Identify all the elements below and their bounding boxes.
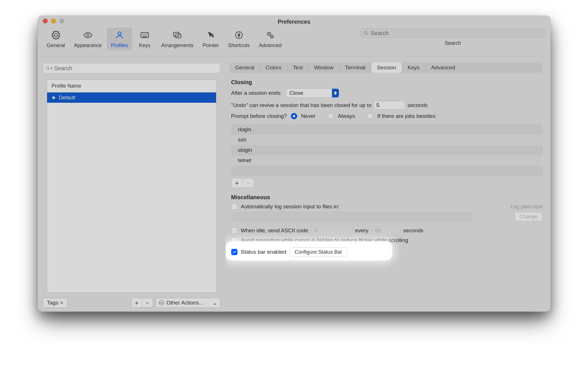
titlebar: Preferences (38, 16, 551, 26)
idle-code-field: 0 (312, 226, 352, 235)
prompt-label: Prompt before closing? (231, 113, 287, 119)
subtab-general[interactable]: General (229, 62, 260, 73)
window-minimize-button[interactable] (51, 19, 56, 23)
window-title: Preferences (38, 17, 551, 25)
toolbar-shortcuts[interactable]: Shortcuts (224, 28, 254, 50)
configure-status-bar-button[interactable]: Configure Status Bar (290, 247, 347, 257)
status-bar-row: Status bar enabled Configure Status Bar (231, 246, 543, 258)
subtab-window[interactable]: Window (309, 62, 339, 73)
after-session-select[interactable]: Close (286, 88, 339, 98)
other-actions-label: Other Actions... (166, 300, 204, 306)
toolbar-pointer-label: Pointer (203, 43, 219, 49)
eye-icon (83, 29, 93, 41)
list-item[interactable]: rlogin (231, 124, 543, 135)
subtab-text[interactable]: Text (287, 62, 309, 73)
idle-post: seconds (403, 227, 424, 234)
list-item[interactable]: telnet (231, 155, 543, 166)
toolbar-advanced-label: Advanced (259, 43, 282, 49)
tags-button[interactable]: Tags > (43, 298, 68, 308)
add-profile-button[interactable]: ＋ (131, 298, 142, 308)
star-icon (51, 95, 56, 100)
idle-mid: every (355, 227, 368, 234)
toolbar-appearance-label: Appearance (74, 43, 102, 49)
windows-icon (172, 29, 182, 41)
toolbar-pointer[interactable]: Pointer (199, 28, 223, 50)
window-close-button[interactable] (43, 19, 48, 23)
list-item[interactable]: ssh (231, 135, 543, 145)
auto-log-checkbox[interactable] (231, 203, 237, 210)
after-session-value: Close (289, 90, 303, 96)
closing-heading: Closing (231, 79, 543, 86)
log-plain-checkbox (500, 203, 507, 210)
after-session-label: After a session ends: (231, 90, 282, 96)
remove-profile-button[interactable]: － (142, 298, 153, 308)
toolbar: General Appearance Profiles Keys Arrange… (38, 26, 551, 56)
change-path-button: Change (515, 212, 542, 221)
toolbar-general[interactable]: General (43, 28, 69, 50)
toolbar-general-label: General (47, 43, 65, 49)
toolbar-advanced[interactable]: Advanced (255, 28, 286, 50)
avoid-repaint-label: Avoid repainting while cursor is hidden … (241, 237, 408, 243)
toolbar-arrangements-label: Arrangements (161, 43, 194, 49)
auto-log-label: Automatically log session input to files… (241, 203, 339, 210)
toolbar-appearance[interactable]: Appearance (70, 28, 106, 50)
toolbar-keys-label: Keys (139, 43, 150, 49)
toolbar-arrangements[interactable]: Arrangements (157, 28, 198, 50)
toolbar-shortcuts-label: Shortcuts (228, 43, 250, 49)
subtab-colors[interactable]: Colors (260, 62, 287, 73)
profiles-table: Profile Name Default (47, 80, 216, 293)
subtab-session[interactable]: Session (371, 62, 402, 73)
profile-subtabs: General Colors Text Window Terminal Sess… (229, 62, 543, 73)
toolbar-search[interactable] (361, 28, 545, 38)
idle-checkbox[interactable] (231, 227, 237, 234)
cursor-icon (206, 29, 216, 41)
subtab-terminal[interactable]: Terminal (339, 62, 371, 73)
bolt-icon (234, 29, 244, 41)
gear-icon (51, 29, 61, 41)
jobs-list[interactable]: rlogin ssh slogin telnet (231, 124, 543, 176)
undo-text-post: seconds (407, 102, 428, 108)
subtab-keys[interactable]: Keys (402, 62, 425, 73)
prompt-radio-always-label: Always (338, 113, 355, 119)
log-plain-label: Log plain text (510, 203, 542, 210)
jobs-remove-button[interactable]: － (243, 178, 254, 188)
preferences-window: Preferences General Appearance Profiles … (38, 16, 551, 312)
prompt-radio-always[interactable] (328, 113, 334, 119)
gears-icon (265, 29, 275, 41)
updown-icon (332, 89, 339, 97)
profiles-row-label: Default (59, 95, 75, 101)
check-icon (232, 250, 236, 254)
status-bar-checkbox[interactable] (231, 249, 237, 255)
profiles-table-header[interactable]: Profile Name (47, 80, 216, 92)
toolbar-profiles[interactable]: Profiles (107, 28, 132, 50)
profiles-row-default[interactable]: Default (47, 92, 216, 103)
toolbar-search-caption: Search (445, 40, 461, 46)
window-zoom-button[interactable] (59, 19, 64, 23)
chevron-down-icon: ▾ (51, 66, 53, 70)
list-item[interactable]: slogin (231, 145, 543, 155)
misc-heading: Miscellaneous (231, 194, 543, 201)
prompt-radio-never-label: Never (301, 113, 316, 119)
toolbar-profiles-label: Profiles (111, 43, 128, 49)
ellipsis-icon: ••• (159, 300, 164, 305)
subtab-advanced[interactable]: Advanced (425, 62, 461, 73)
other-actions-menu[interactable]: ••• Other Actions... ⌄ (156, 298, 220, 308)
idle-sec-field: 60 (372, 226, 400, 235)
prompt-radio-never[interactable] (291, 113, 297, 119)
person-icon (115, 29, 124, 41)
profiles-search-input[interactable] (54, 65, 218, 72)
jobs-add-button[interactable]: ＋ (231, 178, 243, 188)
status-bar-label: Status bar enabled (241, 249, 287, 255)
search-icon (46, 66, 50, 70)
toolbar-keys[interactable]: Keys (133, 28, 156, 50)
undo-text-pre: "Undo" can revive a session that has bee… (231, 102, 372, 108)
search-icon (363, 31, 368, 36)
avoid-repaint-checkbox[interactable] (231, 237, 237, 243)
prompt-radio-jobs[interactable] (367, 113, 373, 119)
list-item[interactable] (231, 166, 543, 176)
keyboard-icon (140, 29, 150, 41)
profiles-search[interactable]: ▾ (43, 63, 220, 73)
undo-seconds-field[interactable]: 5 (374, 101, 405, 110)
toolbar-search-input[interactable] (371, 30, 543, 37)
log-path-field (233, 212, 472, 221)
